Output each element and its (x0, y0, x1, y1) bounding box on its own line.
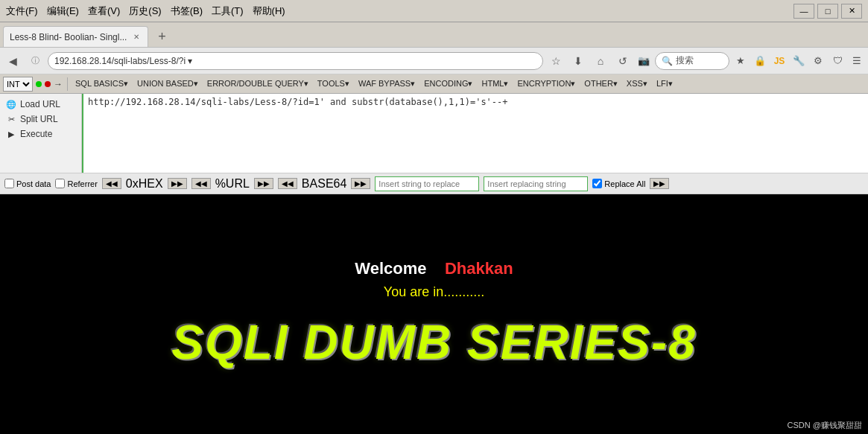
url-label: %URL (215, 177, 250, 191)
menu-help[interactable]: 帮助(H) (253, 4, 285, 18)
info-icon[interactable]: ⓘ (25, 51, 45, 71)
hex-label: 0xHEX (126, 177, 163, 191)
download-icon[interactable]: ⬇ (568, 51, 588, 71)
close-button[interactable]: ✕ (841, 4, 862, 19)
insert-replacing-input[interactable] (484, 176, 588, 191)
menu-edit[interactable]: 编辑(E) (47, 4, 79, 18)
menu-icon[interactable]: ☰ (849, 53, 865, 69)
main-content: Welcome Dhakkan You are in........... SQ… (0, 194, 868, 434)
post-data-checkbox-label[interactable]: Post data (4, 179, 51, 188)
watermark: CSDN @赚钱聚甜甜 (788, 420, 862, 431)
extension-icon[interactable]: 🔧 (791, 53, 807, 69)
menu-file[interactable]: 文件(F) (6, 4, 38, 18)
toolbar-error-double[interactable]: ERROR/DOUBLE QUERY▾ (204, 78, 311, 89)
maximize-button[interactable]: □ (817, 4, 838, 19)
arrow-indicator: → (54, 79, 63, 89)
replace-arrow[interactable]: ▶▶ (650, 178, 669, 189)
shield-icon[interactable]: 🛡 (829, 53, 846, 69)
menu-bookmarks[interactable]: 书签(B) (171, 4, 203, 18)
menu-tools[interactable]: 工具(T) (212, 4, 244, 18)
toolbar-waf-bypass[interactable]: WAF BYPASS▾ (355, 78, 418, 89)
screenshot-icon[interactable]: 📷 (636, 53, 652, 69)
execute-button[interactable]: ▶ Execute (0, 127, 81, 141)
menu-bar: 文件(F) 编辑(E) 查看(V) 历史(S) 书签(B) 工具(T) 帮助(H… (6, 4, 285, 18)
toolbar-other[interactable]: OTHER▾ (581, 78, 621, 89)
new-tab-button[interactable]: + (151, 26, 172, 47)
tab-close-button[interactable]: ✕ (131, 32, 142, 42)
toolbar-encoding[interactable]: ENCODING▾ (421, 78, 475, 89)
refresh-icon[interactable]: ↺ (613, 51, 633, 71)
dot-green (36, 80, 42, 89)
search-icon: 🔍 (662, 56, 673, 66)
window-controls: — □ ✕ (793, 4, 862, 19)
insert-string-input[interactable] (375, 176, 479, 191)
hackbar-panel: 🌐 Load URL ✂ Split URL ▶ Execute http://… (0, 94, 868, 194)
base64-encode-right[interactable]: ▶▶ (351, 178, 370, 189)
menu-history[interactable]: 历史(S) (129, 4, 161, 18)
welcome-line: Welcome Dhakkan (355, 259, 513, 278)
split-url-label: Split URL (20, 114, 58, 124)
browser-body: Less-8 Blind- Boolian- Singl... ✕ + ◀ ⓘ … (0, 22, 868, 434)
toolbar-tools[interactable]: TOOLS▾ (314, 78, 352, 89)
welcome-word: Welcome (355, 259, 426, 278)
settings-icon[interactable]: ⚙ (810, 53, 826, 69)
title-bar: 文件(F) 编辑(E) 查看(V) 历史(S) 书签(B) 工具(T) 帮助(H… (0, 0, 868, 22)
load-url-button[interactable]: 🌐 Load URL (0, 97, 81, 112)
hackbar-url-input[interactable]: http://192.168.28.14/sqli-labs/Less-8/?i… (82, 94, 868, 173)
url-decode-left[interactable]: ◀◀ (191, 178, 211, 189)
minimize-button[interactable]: — (793, 4, 814, 19)
search-placeholder: 搜索 (676, 54, 694, 67)
bookmark-icon[interactable]: ☆ (546, 51, 566, 71)
active-tab[interactable]: Less-8 Blind- Boolian- Singl... ✕ (3, 26, 148, 47)
split-url-button[interactable]: ✂ Split URL (0, 112, 81, 127)
address-input[interactable]: 192.168.28.14/sqli-labs/Less-8/?i ▾ (48, 52, 543, 70)
split-url-icon: ✂ (6, 114, 16, 124)
star-icon[interactable]: ★ (732, 53, 749, 69)
toolbar-encryption[interactable]: ENCRYPTION▾ (514, 78, 578, 89)
hex-decode-left[interactable]: ◀◀ (102, 178, 121, 189)
hackbar-toolbar: INT → SQL BASICS▾ UNION BASED▾ ERROR/DOU… (0, 74, 868, 94)
back-button[interactable]: ◀ (3, 51, 22, 71)
url-encode-right[interactable]: ▶▶ (254, 178, 273, 189)
toolbar-lfi[interactable]: LFI▾ (653, 78, 676, 89)
load-url-label: Load URL (20, 99, 60, 109)
dot-red (45, 80, 51, 89)
hex-encode-right[interactable]: ▶▶ (168, 178, 187, 189)
replace-all-text: Replace All (604, 179, 645, 188)
execute-label: Execute (20, 129, 52, 139)
home-icon[interactable]: ⌂ (591, 51, 610, 71)
base64-label: BASE64 (302, 177, 346, 191)
lock-icon[interactable]: 🔒 (752, 53, 768, 69)
you-are-in-text: You are in........... (384, 284, 484, 300)
toolbar-xss[interactable]: XSS▾ (624, 78, 650, 89)
welcome-name: Dhakkan (445, 259, 513, 278)
sqli-title: SQLI DUMB SERIES-8 (171, 315, 697, 370)
tab-bar: Less-8 Blind- Boolian- Singl... ✕ + (0, 22, 868, 48)
tab-label: Less-8 Blind- Boolian- Singl... (10, 32, 127, 42)
search-box[interactable]: 🔍 搜索 (655, 52, 729, 70)
replace-all-label[interactable]: Replace All (592, 179, 645, 188)
type-select[interactable]: INT (3, 77, 33, 92)
load-url-icon: 🌐 (6, 99, 16, 109)
referrer-checkbox-label[interactable]: Referrer (55, 179, 97, 188)
address-text: 192.168.28.14/sqli-labs/Less-8/?i ▾ (54, 56, 192, 66)
menu-view[interactable]: 查看(V) (88, 4, 120, 18)
toolbar-union-based[interactable]: UNION BASED▾ (134, 78, 201, 89)
referrer-label: Referrer (67, 179, 97, 188)
post-data-checkbox[interactable] (4, 179, 14, 188)
js-icon[interactable]: JS (771, 53, 788, 69)
referrer-checkbox[interactable] (55, 179, 65, 188)
replace-all-checkbox[interactable] (592, 179, 602, 188)
hackbar-bottom-bar: Post data Referrer ◀◀ 0xHEX ▶▶ ◀◀ %URL ▶… (0, 173, 868, 194)
address-bar: ◀ ⓘ 192.168.28.14/sqli-labs/Less-8/?i ▾ … (0, 48, 868, 74)
toolbar-sql-basics[interactable]: SQL BASICS▾ (72, 78, 131, 89)
execute-icon: ▶ (6, 129, 16, 139)
hackbar-main: 🌐 Load URL ✂ Split URL ▶ Execute http://… (0, 94, 868, 173)
base64-decode-left[interactable]: ◀◀ (278, 178, 297, 189)
toolbar-separator-1 (67, 77, 68, 91)
toolbar-html[interactable]: HTML▾ (478, 78, 511, 89)
post-data-label: Post data (16, 179, 51, 188)
hackbar-sidebar: 🌐 Load URL ✂ Split URL ▶ Execute (0, 94, 82, 173)
